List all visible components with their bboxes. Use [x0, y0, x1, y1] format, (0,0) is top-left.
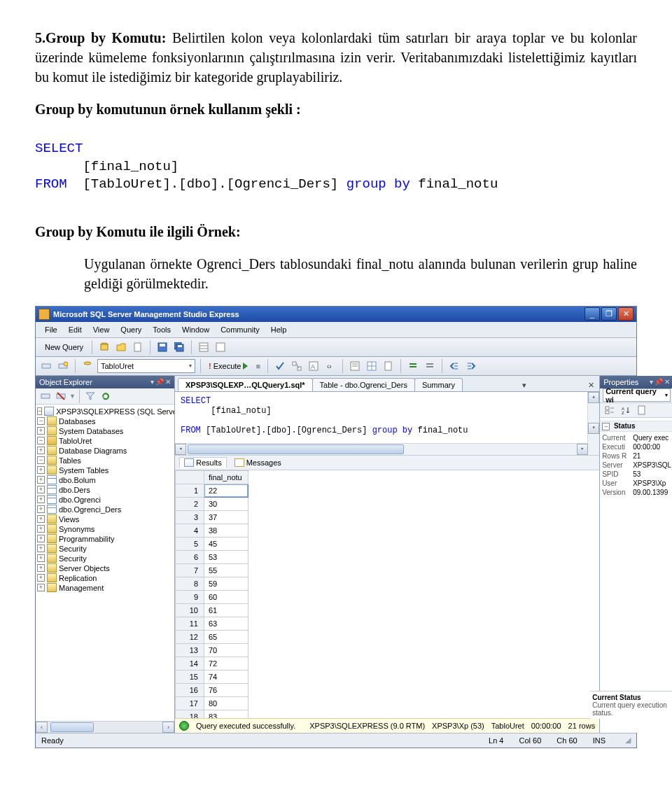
cell-value[interactable]: 65: [204, 630, 248, 643]
table-row[interactable]: 122: [176, 484, 248, 497]
oe-disconnect-icon[interactable]: [54, 389, 68, 403]
tree-db-security[interactable]: +Security: [37, 544, 173, 554]
table-row[interactable]: 755: [176, 563, 248, 577]
close-pane-icon[interactable]: ✕: [664, 378, 670, 386]
prop-row[interactable]: ServerXPSP3\SQL: [602, 461, 671, 470]
minimize-button[interactable]: _: [584, 307, 600, 321]
oe-connect-icon[interactable]: [38, 389, 52, 403]
design-query-icon[interactable]: A: [307, 359, 321, 373]
tree-table-ogrenci[interactable]: +dbo.Ogrenci: [37, 495, 173, 505]
object-explorer-header[interactable]: Object Explorer ▾📌✕: [36, 376, 174, 388]
results-grid-icon[interactable]: [365, 359, 379, 373]
oe-refresh-icon[interactable]: [99, 389, 113, 403]
tab-summary[interactable]: Summary: [414, 378, 463, 391]
table-row[interactable]: 337: [176, 510, 248, 524]
table-row[interactable]: 545: [176, 537, 248, 550]
pin-icon[interactable]: 📌: [155, 378, 164, 386]
cell-value[interactable]: 61: [204, 603, 248, 617]
db-engine-query-icon[interactable]: [97, 340, 111, 354]
table-row[interactable]: 1061: [176, 603, 248, 617]
tab-messages[interactable]: Messages: [230, 457, 286, 468]
prop-row[interactable]: SPID53: [602, 470, 671, 479]
properties-object-combo[interactable]: Current query wi ▾: [603, 388, 671, 402]
menu-query[interactable]: Query: [115, 324, 146, 335]
categorized-icon[interactable]: [603, 403, 617, 417]
cell-value[interactable]: 83: [204, 710, 248, 718]
cell-value[interactable]: 74: [204, 670, 248, 683]
menu-edit[interactable]: Edit: [64, 324, 87, 335]
decrease-indent-icon[interactable]: [447, 359, 461, 373]
prop-row[interactable]: Executi00:00:00: [602, 442, 671, 451]
menu-community[interactable]: Community: [216, 324, 265, 335]
menu-window[interactable]: Window: [177, 324, 214, 335]
menu-help[interactable]: Help: [266, 324, 292, 335]
tree-userdb[interactable]: −TabloUret: [37, 436, 173, 446]
prop-row[interactable]: UserXPSP3\Xp: [602, 479, 671, 488]
tree-views[interactable]: +Views: [37, 514, 173, 524]
menu-file[interactable]: File: [40, 324, 62, 335]
cell-value[interactable]: 70: [204, 643, 248, 657]
close-pane-icon[interactable]: ✕: [165, 378, 171, 386]
object-explorer-tree[interactable]: −XPSP3\SQLEXPRESS (SQL Server 9 −Databas…: [36, 405, 174, 721]
table-row[interactable]: 438: [176, 524, 248, 537]
titlebar[interactable]: Microsoft SQL Server Management Studio E…: [36, 307, 636, 322]
editor-vscrollbar[interactable]: ▴▾: [587, 392, 599, 455]
table-row[interactable]: 230: [176, 497, 248, 510]
table-row[interactable]: 859: [176, 577, 248, 590]
tree-databases[interactable]: −Databases: [37, 416, 173, 426]
estimated-plan-icon[interactable]: [290, 359, 304, 373]
results-file-icon[interactable]: [382, 359, 396, 373]
table-row[interactable]: 1883: [176, 710, 248, 718]
table-row[interactable]: 1574: [176, 670, 248, 683]
autohide-icon[interactable]: ▾: [650, 378, 653, 386]
col-header[interactable]: final_notu: [204, 470, 248, 484]
comment-icon[interactable]: [406, 359, 420, 373]
maximize-button[interactable]: ❐: [601, 307, 617, 321]
tree-db-diagrams[interactable]: +Database Diagrams: [37, 446, 173, 456]
tree-system-tables[interactable]: +System Tables: [37, 465, 173, 475]
execute-button[interactable]: ! Execute: [206, 361, 251, 371]
document-icon[interactable]: [131, 340, 145, 354]
table-row[interactable]: 960: [176, 590, 248, 603]
scroll-thumb[interactable]: [50, 722, 94, 732]
results-text-icon[interactable]: [348, 359, 362, 373]
connect-icon[interactable]: [39, 359, 53, 373]
pin-icon[interactable]: 📌: [654, 378, 663, 386]
cell-value[interactable]: 63: [204, 617, 248, 630]
cell-value[interactable]: 37: [204, 510, 248, 524]
uncomment-icon[interactable]: [423, 359, 437, 373]
table-row[interactable]: 1472: [176, 657, 248, 670]
activity-icon[interactable]: [214, 340, 227, 354]
oe-hscrollbar[interactable]: ‹ ›: [36, 721, 174, 733]
save-all-icon[interactable]: [172, 340, 186, 354]
cell-value[interactable]: 76: [204, 683, 248, 696]
table-row[interactable]: 1163: [176, 617, 248, 630]
increase-indent-icon[interactable]: [464, 359, 478, 373]
alphabetical-icon[interactable]: AZ: [619, 403, 633, 417]
tree-replication[interactable]: +Replication: [37, 573, 173, 583]
open-file-icon[interactable]: [114, 340, 128, 354]
properties-grid[interactable]: − Status CurrentQuery execExecuti00:00:0…: [600, 418, 672, 498]
tab-query[interactable]: XPSP3\SQLEXP…QLQuery1.sql*: [178, 378, 313, 391]
cell-value[interactable]: 22: [204, 484, 248, 497]
tab-dropdown-icon[interactable]: ▾: [520, 379, 528, 391]
new-query-button[interactable]: New Query: [39, 342, 87, 353]
table-row[interactable]: 1780: [176, 696, 248, 710]
cell-value[interactable]: 30: [204, 497, 248, 510]
prop-page-icon[interactable]: [635, 403, 649, 417]
tree-system-databases[interactable]: +System Databases: [37, 426, 173, 436]
prop-row[interactable]: Version09.00.1399: [602, 488, 671, 497]
scroll-right-icon[interactable]: ▸: [577, 444, 588, 455]
scroll-right-icon[interactable]: ›: [162, 722, 174, 733]
tree-tables[interactable]: −Tables: [37, 456, 173, 465]
menu-view[interactable]: View: [88, 324, 115, 335]
cell-value[interactable]: 80: [204, 696, 248, 710]
specify-values-icon[interactable]: ‹›: [323, 359, 337, 373]
tree-synonyms[interactable]: +Synonyms: [37, 524, 173, 534]
prop-row[interactable]: CurrentQuery exec: [602, 433, 671, 442]
table-row[interactable]: 1265: [176, 630, 248, 643]
cell-value[interactable]: 60: [204, 590, 248, 603]
table-row[interactable]: 1370: [176, 643, 248, 657]
tree-management[interactable]: +Management: [37, 583, 173, 593]
tab-close-icon[interactable]: ✕: [586, 379, 596, 391]
